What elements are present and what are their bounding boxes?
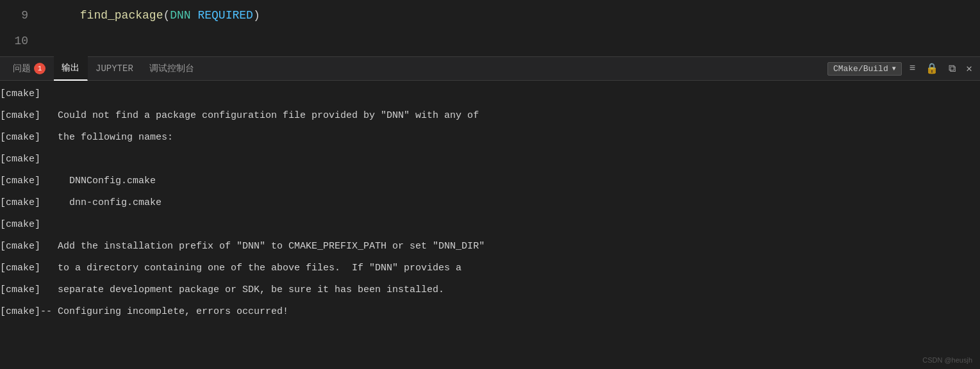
cmake-tag: [cmake] bbox=[0, 149, 40, 170]
cmake-tag: [cmake] bbox=[0, 258, 40, 279]
output-text: separate development package or SDK, be … bbox=[40, 279, 444, 301]
tab-problems[interactable]: 问题 1 bbox=[5, 56, 54, 81]
problems-badge: 1 bbox=[34, 63, 46, 74]
lock-icon[interactable]: 🔒 bbox=[923, 61, 941, 76]
output-line-2: [cmake] Could not find a package configu… bbox=[0, 105, 980, 127]
output-text: Could not find a package configuration f… bbox=[40, 105, 479, 127]
output-text: DNNConfig.cmake bbox=[40, 170, 156, 192]
watermark: CSDN @heusjh bbox=[922, 356, 972, 364]
cmake-tag: [cmake] bbox=[0, 236, 40, 258]
output-text: dnn-config.cmake bbox=[40, 192, 162, 214]
tab-debug-console[interactable]: 调试控制台 bbox=[142, 56, 203, 81]
line-number-10: 10 bbox=[0, 35, 38, 47]
output-line-4: [cmake] bbox=[0, 149, 980, 170]
close-icon[interactable]: ✕ bbox=[963, 61, 975, 76]
editor-area: 9 find_package(DNN REQUIRED) 10 bbox=[0, 0, 980, 56]
cmake-tag: [cmake] bbox=[0, 170, 40, 192]
menu-icon[interactable]: ≡ bbox=[907, 62, 918, 76]
code-line-9: 9 find_package(DNN REQUIRED) bbox=[0, 3, 980, 28]
output-text: to a directory containing one of the abo… bbox=[40, 258, 461, 279]
output-line-8: [cmake] Add the installation prefix of "… bbox=[0, 236, 980, 258]
output-panel: [cmake] [cmake] Could not find a package… bbox=[0, 81, 980, 325]
output-line-5: [cmake] DNNConfig.cmake bbox=[0, 170, 980, 192]
output-text: Add the installation prefix of "DNN" to … bbox=[40, 236, 485, 258]
cmake-tag: [cmake] bbox=[0, 214, 40, 236]
tab-bar: 问题 1 输出 JUPYTER 调试控制台 CMake/Build ▼ ≡ 🔒 … bbox=[0, 56, 980, 81]
output-line-9: [cmake] to a directory containing one of… bbox=[0, 258, 980, 279]
output-text: -- Configuring incomplete, errors occurr… bbox=[40, 301, 288, 323]
code-line-10: 10 bbox=[0, 28, 980, 54]
tab-output[interactable]: 输出 bbox=[54, 56, 88, 81]
dropdown-arrow-icon: ▼ bbox=[892, 65, 896, 72]
cmake-tag: [cmake] bbox=[0, 105, 40, 127]
cmake-tag: [cmake] bbox=[0, 192, 40, 214]
split-icon[interactable]: ⧉ bbox=[946, 62, 958, 76]
output-text: the following names: bbox=[40, 127, 173, 149]
output-line-3: [cmake] the following names: bbox=[0, 127, 980, 149]
dropdown-label: CMake/Build bbox=[833, 64, 888, 74]
output-line-1: [cmake] bbox=[0, 83, 980, 105]
build-type-dropdown[interactable]: CMake/Build ▼ bbox=[827, 62, 902, 76]
output-line-6: [cmake] dnn-config.cmake bbox=[0, 192, 980, 214]
output-line-7: [cmake] bbox=[0, 214, 980, 236]
output-line-10: [cmake] separate development package or … bbox=[0, 279, 980, 301]
tab-right-controls: CMake/Build ▼ ≡ 🔒 ⧉ ✕ bbox=[827, 61, 975, 76]
cmake-tag: [cmake] bbox=[0, 301, 40, 323]
tab-jupyter[interactable]: JUPYTER bbox=[88, 56, 142, 81]
cmake-tag: [cmake] bbox=[0, 279, 40, 301]
output-line-11: [cmake] -- Configuring incomplete, error… bbox=[0, 301, 980, 323]
cmake-tag: [cmake] bbox=[0, 127, 40, 149]
line-number-9: 9 bbox=[0, 9, 38, 22]
cmake-tag: [cmake] bbox=[0, 83, 40, 105]
